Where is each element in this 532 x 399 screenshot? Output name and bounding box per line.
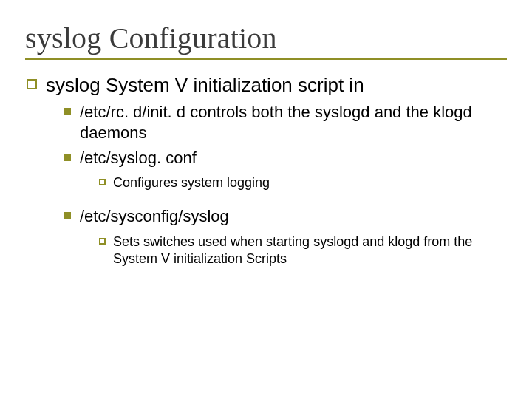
bullet-level3: Sets switches used when starting syslogd… bbox=[99, 233, 507, 268]
slide: syslog Configuration syslog System V ini… bbox=[0, 0, 532, 399]
solid-square-icon bbox=[64, 108, 71, 115]
bullet-text: /etc/sysconfig/syslog bbox=[80, 206, 229, 227]
bullet-text: /etc/rc. d/init. d controls both the sys… bbox=[80, 102, 494, 143]
solid-square-icon bbox=[64, 154, 71, 161]
title-underline bbox=[25, 58, 507, 60]
bullet-text: Sets switches used when starting syslogd… bbox=[113, 233, 497, 268]
bullet-text: /etc/syslog. conf bbox=[80, 148, 197, 168]
bullet-level2: /etc/syslog. conf bbox=[64, 148, 507, 168]
slide-title: syslog Configuration bbox=[25, 21, 507, 55]
hollow-square-icon bbox=[27, 79, 37, 89]
spacer bbox=[25, 191, 507, 202]
bullet-level2: /etc/rc. d/init. d controls both the sys… bbox=[64, 102, 507, 143]
bullet-level1: syslog System V initialization script in bbox=[27, 73, 507, 98]
bullet-level3: Configures system logging bbox=[99, 174, 507, 191]
hollow-square-small-icon bbox=[99, 238, 106, 245]
solid-square-icon bbox=[64, 212, 71, 219]
bullet-level2: /etc/sysconfig/syslog bbox=[64, 206, 507, 227]
bullet-text: Configures system logging bbox=[113, 174, 270, 191]
hollow-square-small-icon bbox=[99, 179, 106, 185]
bullet-text: syslog System V initialization script in bbox=[46, 73, 364, 98]
